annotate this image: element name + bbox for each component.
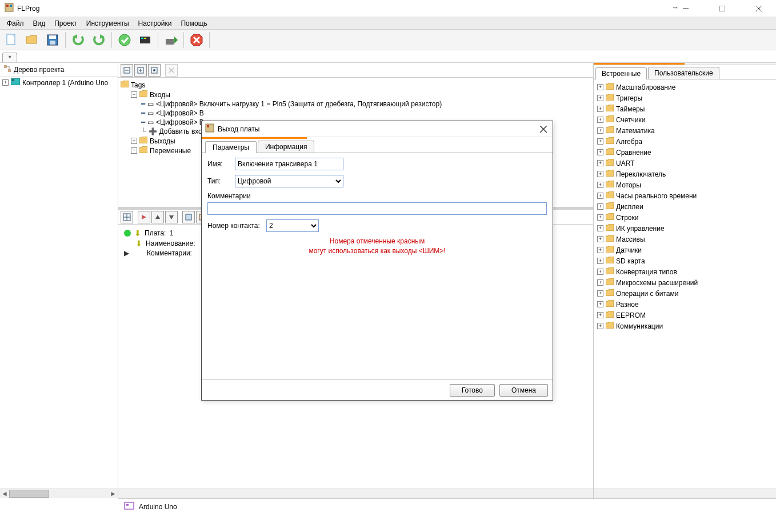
input-item[interactable]: <Цифровой> В — [156, 109, 204, 117]
tags-root[interactable]: Tags — [131, 81, 145, 89]
library-item[interactable]: +Математика — [595, 125, 775, 136]
expander-icon[interactable]: + — [597, 160, 603, 166]
expander-icon[interactable]: + — [597, 182, 603, 188]
dialog-tab-params[interactable]: Параметры — [205, 141, 257, 153]
expander-icon[interactable]: + — [131, 138, 137, 144]
expander-icon[interactable]: + — [597, 127, 603, 134]
right-h-scrollbar[interactable] — [594, 489, 776, 498]
undo-button[interactable] — [69, 31, 87, 49]
dialog-ok-button[interactable]: Готово — [450, 384, 495, 397]
expander-icon[interactable]: + — [597, 225, 603, 231]
library-item[interactable]: +ИК управление — [595, 223, 775, 234]
library-tree[interactable]: +Масштабирование+Тригеры+Таймеры+Счетчик… — [594, 79, 776, 489]
expander-icon[interactable]: + — [597, 84, 603, 90]
scroll-right-icon[interactable]: ► — [109, 489, 118, 498]
lower-scrollbar[interactable] — [118, 489, 593, 498]
library-item[interactable]: +Коммуникации — [595, 321, 775, 331]
library-item[interactable]: +Счетчики — [595, 114, 775, 125]
mid-btn-2[interactable] — [134, 64, 147, 77]
library-item[interactable]: +SD карта — [595, 255, 775, 266]
expander-icon[interactable]: + — [597, 214, 603, 221]
menu-help[interactable]: Помощь — [177, 18, 210, 29]
add-input-node[interactable]: Добавить вход — [159, 127, 206, 135]
expander-icon[interactable]: + — [597, 279, 603, 286]
expander-icon[interactable]: + — [131, 147, 137, 154]
expander-icon[interactable]: + — [597, 258, 603, 264]
menu-settings[interactable]: Настройки — [135, 18, 175, 29]
lower-btn-down[interactable] — [165, 211, 178, 223]
left-scrollbar[interactable]: ◄ ► — [0, 489, 118, 498]
expander-icon[interactable]: + — [597, 323, 603, 329]
expander-icon[interactable]: + — [597, 171, 603, 177]
expander-icon[interactable]: + — [597, 247, 603, 253]
menu-project[interactable]: Проект — [51, 18, 81, 29]
scroll-thumb[interactable] — [9, 490, 49, 498]
menu-tools[interactable]: Инструменты — [83, 18, 133, 29]
expander-icon[interactable]: + — [597, 138, 603, 145]
name-input[interactable] — [235, 158, 343, 170]
maximize-button[interactable] — [710, 1, 735, 17]
check-button[interactable] — [115, 31, 134, 49]
library-item[interactable]: +Переключатель — [595, 169, 775, 179]
upload-button[interactable] — [162, 31, 180, 49]
library-item[interactable]: +Алгебра — [595, 136, 775, 147]
library-item[interactable]: +Дисплеи — [595, 201, 775, 212]
library-item[interactable]: +Операции с битами — [595, 288, 775, 299]
lower-btn-up[interactable] — [151, 211, 164, 223]
expander-icon[interactable]: + — [597, 269, 603, 275]
comments-input[interactable] — [207, 202, 547, 215]
expander-icon[interactable]: + — [597, 106, 603, 112]
library-item[interactable]: +Конвертация типов — [595, 266, 775, 277]
library-item[interactable]: +Датчики — [595, 245, 775, 255]
library-item[interactable]: +UART — [595, 158, 775, 169]
expander-icon[interactable]: − — [131, 91, 137, 98]
expander-icon[interactable]: + — [597, 290, 603, 297]
outputs-node[interactable]: Выходы — [150, 137, 175, 145]
vars-node[interactable]: Переменные — [150, 147, 191, 155]
redo-button[interactable] — [90, 31, 108, 49]
library-item[interactable]: +Масштабирование — [595, 82, 775, 93]
library-item[interactable]: +Моторы — [595, 179, 775, 190]
close-button[interactable] — [746, 1, 771, 17]
library-item[interactable]: +Тригеры — [595, 93, 775, 103]
menu-file[interactable]: Файл — [3, 18, 27, 29]
inputs-node[interactable]: Входы — [150, 91, 170, 99]
mid-btn-1[interactable] — [121, 64, 133, 77]
expander-icon[interactable]: + — [597, 203, 603, 210]
expander-icon[interactable]: + — [597, 301, 603, 307]
expander-icon[interactable]: + — [597, 117, 603, 123]
tab-user[interactable]: Пользовательские — [648, 67, 719, 79]
input-item[interactable]: <Цифровой> В — [156, 118, 204, 126]
library-item[interactable]: +EEPROM — [595, 310, 775, 321]
contact-select[interactable]: 2 — [266, 219, 319, 232]
library-item[interactable]: +Микросхемы расширений — [595, 277, 775, 288]
library-item[interactable]: +Сравнение — [595, 147, 775, 158]
library-item[interactable]: +Часы реального времени — [595, 190, 775, 201]
type-select[interactable]: Цифровой — [235, 175, 343, 187]
tab-builtin[interactable]: Встроенные — [595, 67, 647, 79]
document-tab[interactable]: * — [2, 53, 17, 62]
mid-btn-3[interactable] — [148, 64, 161, 77]
stop-button[interactable] — [187, 31, 206, 49]
library-item[interactable]: +Строки — [595, 212, 775, 223]
expander-icon[interactable]: + — [597, 236, 603, 242]
expander-icon[interactable]: + — [597, 95, 603, 101]
menu-view[interactable]: Вид — [30, 18, 49, 29]
library-item[interactable]: +Массивы — [595, 234, 775, 245]
controller-node[interactable]: Контроллер 1 (Arduino Uno — [22, 79, 108, 87]
dialog-cancel-button[interactable]: Отмена — [499, 384, 548, 397]
scroll-left-icon[interactable]: ◄ — [0, 489, 9, 498]
input-item[interactable]: <Цифровой> Включить нагрузку 1 = Pin5 (З… — [156, 100, 442, 108]
dialog-close-button[interactable] — [538, 123, 549, 135]
compile-button[interactable] — [136, 31, 154, 49]
expander-icon[interactable]: + — [597, 149, 603, 155]
expander-icon[interactable]: + — [597, 312, 603, 318]
new-file-button[interactable] — [2, 31, 21, 49]
lower-btn-nav[interactable] — [138, 211, 150, 223]
lower-btn-tool1[interactable] — [182, 211, 195, 223]
expander-icon[interactable]: + — [597, 193, 603, 199]
library-item[interactable]: +Таймеры — [595, 103, 775, 114]
open-file-button[interactable] — [23, 31, 41, 49]
dialog-tab-info[interactable]: Информация — [258, 141, 314, 153]
lower-btn-grid[interactable] — [121, 211, 133, 223]
